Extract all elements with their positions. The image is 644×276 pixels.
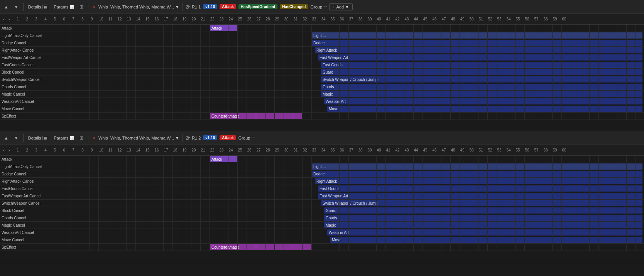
timeline-row: Dodge Cancel Dodge (0, 170, 644, 178)
timeline-bar-weapon-art[interactable]: Weapon Art (327, 229, 642, 236)
frame-number: 42 (393, 17, 402, 21)
frame-number: 46 (430, 148, 439, 152)
attack-badge: Attack (220, 4, 236, 9)
timeline-bar-fast-weapon[interactable]: Fast Weapon Art (318, 54, 642, 61)
timeline-bar-light[interactable]: Light ... (312, 163, 642, 170)
row-track: Weapon Art (62, 98, 644, 105)
frame-number: 29 (272, 17, 282, 21)
frame-number: 29 (272, 148, 282, 152)
timeline-bar-counterdamage[interactable]: Counterdamage (210, 113, 303, 119)
timeline-bar-guard[interactable]: Guard (321, 69, 642, 75)
frame-number: 43 (402, 148, 411, 152)
group-btn[interactable]: Group ⊹ (238, 135, 255, 140)
timeline-bar-move[interactable]: Move (327, 106, 642, 112)
separator (88, 3, 88, 11)
timeline-bar-weapon-art[interactable]: Weapon Art (324, 98, 642, 104)
timeline-row: Goods Cancel Goods (0, 83, 644, 91)
timeline-body: Attack Attack LightAttackOnly Cancel Lig… (0, 25, 644, 131)
timeline-bar-move[interactable]: Move (330, 237, 642, 243)
move-up-btn[interactable]: ▲ (2, 3, 10, 10)
grid-icon: ⊹ (251, 135, 255, 140)
timeline-bar-goods[interactable]: Goods (324, 215, 642, 221)
weapon-dropdown[interactable]: Whip, Thorned Whip, Magma W... ▼ (110, 5, 179, 9)
frame-number: 41 (384, 17, 393, 21)
weapon-dropdown[interactable]: Whip, Thorned Whip, Magma W... ▼ (110, 136, 179, 140)
params-btn[interactable]: Params 📊 (52, 135, 76, 141)
frame-number: 19 (180, 148, 189, 152)
timeline-bar-light[interactable]: Light ... (312, 32, 642, 39)
prev-frame-btn[interactable]: ‹ (2, 16, 6, 23)
timeline-bar-fast-weapon[interactable]: Fast Weapon Art (318, 193, 642, 199)
timeline-rows: Attack Attack LightAttackOnly Cancel Lig… (0, 25, 644, 120)
timeline-row: LightAttackOnly Cancel Light ... (0, 32, 644, 39)
timeline-bar-magic[interactable]: Magic (324, 222, 642, 228)
row-label: Attack (0, 26, 62, 30)
frame-number: 8 (78, 17, 87, 21)
details-btn[interactable]: Details ▦ (27, 4, 50, 10)
frame-number: 24 (226, 148, 235, 152)
frame-number: 10 (96, 148, 106, 152)
row-label: FastGoods Cancel (0, 187, 62, 191)
group-btn[interactable]: Group ⊹ (310, 4, 327, 9)
next-frame-btn[interactable]: › (7, 147, 12, 154)
timeline-bar-attack[interactable]: Attack (210, 25, 238, 31)
frame-number: 43 (402, 17, 411, 21)
grid-btn[interactable]: ⊞ (78, 135, 85, 141)
row-label: RightAttack Cancel (0, 48, 62, 52)
frame-number: 14 (134, 17, 143, 21)
frame-number: 23 (217, 17, 226, 21)
timeline-row: SwitchWeapon Cancel Switch Weapon / Crou… (0, 200, 644, 207)
frame-number: 41 (384, 148, 393, 152)
frame-number: 59 (550, 17, 559, 21)
timeline-bar-attack[interactable]: Attack (210, 156, 238, 162)
move-up-btn[interactable]: ▲ (2, 135, 10, 141)
timeline-bar-fast-goods[interactable]: Fast Goods (318, 185, 642, 192)
move-down-btn[interactable]: ▼ (12, 3, 20, 10)
chevron-down-icon: ▼ (345, 5, 349, 9)
frame-number: 50 (467, 148, 476, 152)
frame-number: 33 (309, 17, 319, 21)
row-track: Attack (62, 156, 644, 163)
timeline-bar-magic[interactable]: Magic (321, 91, 642, 97)
details-btn[interactable]: Details ▦ (27, 135, 50, 141)
close-btn[interactable]: × (91, 4, 96, 10)
row-track: Fast Weapon Art (62, 192, 644, 199)
frame-number: 15 (143, 17, 152, 21)
row-track: Fast Weapon Art (62, 54, 644, 61)
next-frame-btn[interactable]: › (7, 16, 12, 23)
frame-number: 36 (337, 148, 347, 152)
timeline-bar-goods[interactable]: Goods (321, 84, 642, 90)
frame-number: 34 (319, 148, 328, 152)
timeline-bar-counterdamage[interactable]: Counterdamage (210, 244, 312, 250)
row-label: SwitchWeapon Cancel (0, 201, 62, 205)
frame-number: 59 (550, 148, 559, 152)
timeline-bar-right-attack[interactable]: Right Attack (315, 47, 642, 53)
frame-number: 51 (476, 17, 485, 21)
row-track: Counterdamage (62, 244, 644, 251)
frame-number: 18 (171, 148, 180, 152)
frame-number: 2 (22, 17, 32, 21)
timeline-bar-switch[interactable]: Switch Weapon / Crouch / Jump (321, 76, 642, 82)
timeline-bar-fast-goods[interactable]: Fast Goods (321, 62, 642, 68)
frame-number: 22 (208, 148, 217, 152)
grid-btn[interactable]: ⊞ (78, 3, 85, 10)
frame-number: 54 (504, 148, 513, 152)
timeline-bar-right-attack[interactable]: Right Attack (315, 178, 642, 184)
prev-frame-btn[interactable]: ‹ (2, 147, 6, 154)
nav-arrows: ‹ › (0, 16, 13, 23)
separator (23, 134, 24, 142)
frame-number: 17 (161, 148, 171, 152)
frame-numbers: 1234567891011121314151617181920212223242… (13, 148, 644, 152)
timeline-bar-guard[interactable]: Guard (324, 207, 642, 214)
move-down-btn[interactable]: ▼ (12, 135, 20, 141)
timeline-bar-dodge[interactable]: Dodge (312, 171, 642, 177)
timeline-rows: Attack Attack LightAttackOnly Cancel Lig… (0, 156, 644, 251)
timeline-bar-dodge[interactable]: Dodge (312, 40, 642, 46)
timeline-bar-switch[interactable]: Switch Weapon / Crouch / Jump (321, 200, 642, 206)
close-btn[interactable]: × (91, 135, 96, 141)
frame-number: 58 (541, 148, 550, 152)
add-btn[interactable]: + Add ▼ (329, 3, 353, 10)
frame-number: 27 (254, 148, 263, 152)
separator (183, 134, 183, 142)
params-btn[interactable]: Params 📊 (52, 4, 76, 10)
